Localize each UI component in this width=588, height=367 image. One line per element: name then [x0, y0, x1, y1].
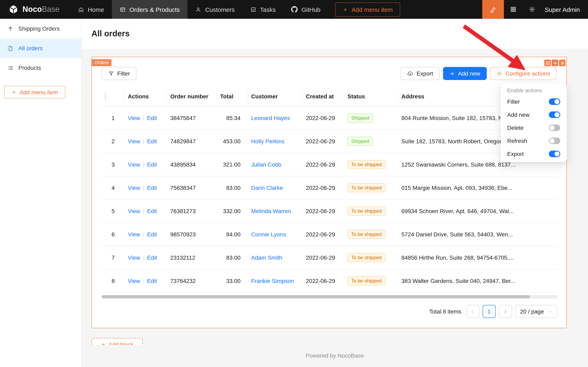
dropdown-item[interactable]: Add new: [502, 108, 565, 121]
block-add-icon[interactable]: [552, 60, 558, 66]
pagination-next-button[interactable]: [499, 305, 512, 318]
block-menu-icon[interactable]: [559, 60, 565, 66]
row-index: 3: [102, 153, 125, 176]
customer-link[interactable]: Julian Cobb: [251, 161, 281, 168]
action-toggle-switch[interactable]: [549, 111, 560, 118]
page-size-select[interactable]: 20 / page: [515, 305, 557, 318]
view-link[interactable]: View: [128, 138, 140, 144]
nav-item-label: Home: [88, 6, 104, 13]
customer-link[interactable]: Holly Perkins: [251, 138, 284, 144]
table-row: 4 ViewEdit 75638347 83.00 Darin Clarke 2…: [102, 176, 557, 200]
edit-link[interactable]: Edit: [147, 115, 157, 121]
customer-link[interactable]: Connie Lyons: [251, 231, 286, 238]
nav-item-github[interactable]: GitHub: [283, 0, 328, 19]
edit-link[interactable]: Edit: [147, 278, 157, 284]
edit-link[interactable]: Edit: [147, 161, 157, 168]
add-block-button[interactable]: Add block: [92, 338, 143, 345]
status-cell: To be shipped: [344, 200, 398, 223]
table-icon: [120, 6, 126, 12]
main-area: All orders Orders: [82, 19, 588, 367]
view-link[interactable]: View: [128, 278, 140, 284]
divider: [143, 255, 144, 260]
edit-link[interactable]: Edit: [147, 208, 157, 214]
nav-item-tasks[interactable]: Tasks: [243, 0, 284, 19]
add-block-clip: Add block: [92, 338, 143, 345]
row-index: 8: [102, 269, 125, 292]
view-link[interactable]: View: [128, 231, 140, 238]
action-toggle-switch[interactable]: [549, 138, 560, 144]
nav-item-customers[interactable]: Customers: [187, 0, 242, 19]
table-row: 5 ViewEdit 76381273 332.00 Melinda Warre…: [102, 200, 557, 223]
sidebar-item-products[interactable]: Products: [0, 58, 81, 78]
action-toggle-switch[interactable]: [549, 98, 560, 105]
address-cell: 383 Walter Gardens, Suite 040, 24947, Be…: [398, 269, 557, 292]
settings-button[interactable]: [523, 0, 541, 19]
export-button[interactable]: Export: [401, 67, 440, 80]
customer-cell: Leonard Hayes: [248, 106, 302, 130]
edit-link[interactable]: Edit: [147, 138, 157, 144]
horizontal-scrollbar-thumb[interactable]: [102, 295, 530, 298]
customer-link[interactable]: Melinda Warren: [251, 208, 291, 214]
dropdown-item[interactable]: Export: [502, 147, 565, 160]
sidebar-item-all-orders[interactable]: All orders: [0, 38, 81, 58]
action-toggle-switch[interactable]: [549, 151, 560, 157]
chevron-right-icon: [503, 309, 508, 314]
sidebar-add-menu-item-button[interactable]: Add menu item: [4, 86, 65, 98]
customer-cell: Darin Clarke: [248, 176, 302, 200]
nav-item-home[interactable]: Home: [70, 0, 112, 19]
address-cell: 84856 Hirthe Run, Suite 268, 94754-6705,…: [398, 246, 557, 269]
configure-actions-button[interactable]: Configure actions: [490, 67, 556, 80]
row-actions-cell: ViewEdit: [125, 269, 167, 292]
pagination-page-1[interactable]: 1: [482, 305, 496, 318]
dropdown-item-label: Refresh: [507, 138, 527, 144]
action-toggle-switch[interactable]: [549, 125, 560, 131]
view-link[interactable]: View: [128, 184, 140, 191]
dropdown-item-label: Export: [507, 151, 524, 157]
user-menu[interactable]: Super Admin: [541, 6, 588, 13]
sidebar-item-label: Shipping Orders: [18, 25, 60, 32]
table-body: 1 ViewEdit 38475647 85.34 Leonard Hayes …: [102, 106, 557, 292]
view-link[interactable]: View: [128, 161, 140, 168]
customer-link[interactable]: Leonard Hayes: [251, 115, 290, 121]
order-number-cell: 23132112: [167, 246, 217, 269]
view-link[interactable]: View: [128, 115, 140, 121]
edit-link[interactable]: Edit: [147, 231, 157, 238]
total-cell: 85.34: [217, 106, 248, 130]
order-number-cell: 73764232: [167, 269, 217, 292]
list-icon: [7, 65, 14, 71]
dropdown-item[interactable]: Delete: [502, 121, 565, 134]
table-toolbar: Filter Export Add: [102, 67, 556, 80]
status-cell: Shipped: [344, 130, 398, 153]
status-cell: To be shipped: [344, 269, 398, 292]
status-badge: To be shipped: [347, 207, 385, 216]
table-row: 6 ViewEdit 98570923 84.00 Connie Lyons 2…: [102, 223, 557, 246]
view-link[interactable]: View: [128, 254, 140, 261]
edit-link[interactable]: Edit: [147, 254, 157, 261]
dropdown-item[interactable]: Filter: [502, 95, 565, 108]
customer-link[interactable]: Adam Smith: [251, 254, 282, 261]
ui-editor-button[interactable]: [482, 0, 504, 19]
block-drag-icon[interactable]: [544, 60, 551, 66]
dropdown-item[interactable]: Refresh: [502, 134, 565, 147]
column-header-total: Total: [217, 87, 248, 106]
status-cell: To be shipped: [344, 223, 398, 246]
add-new-button[interactable]: Add new: [443, 67, 487, 80]
select-all-checkbox[interactable]: [105, 93, 106, 100]
column-header-order-number: Order number: [167, 87, 217, 106]
github-icon: [291, 6, 298, 13]
nav-add-menu-item-label: Add menu item: [352, 6, 393, 13]
switch-knob: [554, 112, 559, 117]
sidebar-item-shipping-orders[interactable]: Shipping Orders: [0, 19, 81, 38]
nav-item-orders-products[interactable]: Orders & Products: [112, 0, 188, 19]
pagination-prev-button[interactable]: [466, 305, 479, 318]
plugin-manager-button[interactable]: [504, 0, 523, 19]
edit-link[interactable]: Edit: [147, 184, 157, 191]
view-link[interactable]: View: [128, 208, 140, 214]
block-collection-tag: Orders: [92, 59, 111, 66]
nocobase-logo[interactable]: NocoBase: [0, 4, 70, 15]
nav-add-menu-item-button[interactable]: Add menu item: [335, 2, 400, 17]
export-button-label: Export: [417, 70, 433, 77]
customer-link[interactable]: Frankie Simpson: [251, 278, 294, 284]
customer-link[interactable]: Darin Clarke: [251, 184, 283, 191]
filter-button[interactable]: Filter: [102, 67, 136, 80]
